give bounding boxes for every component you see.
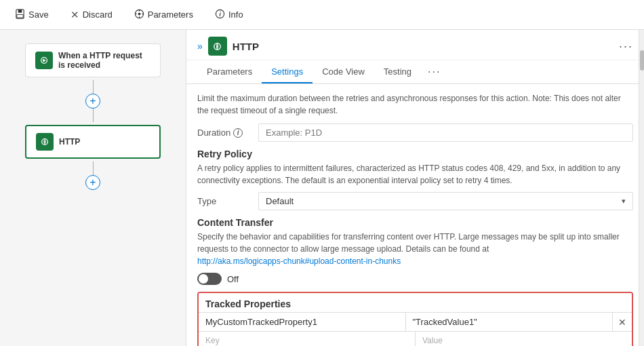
- save-label: Save: [28, 9, 49, 20]
- panel-header-icon: [208, 37, 227, 56]
- trigger-label: When a HTTP request is received: [58, 51, 150, 70]
- line-segment-3: [93, 161, 94, 175]
- chunking-link[interactable]: http://aka.ms/logicapps-chunk#upload-con…: [197, 256, 401, 266]
- http-card[interactable]: HTTP: [25, 125, 161, 159]
- tracked-property-placeholder-row: Key Value: [199, 331, 632, 346]
- connector-bottom: +: [85, 161, 100, 190]
- parameters-button[interactable]: Parameters: [130, 6, 197, 24]
- parameters-label: Parameters: [148, 9, 193, 20]
- type-select[interactable]: Default ▾: [258, 192, 633, 210]
- duration-row: Duration i: [197, 123, 633, 142]
- trigger-icon: [35, 52, 53, 69]
- connector-top: +: [85, 80, 100, 122]
- left-panel: When a HTTP request is received + HTTP +: [0, 30, 186, 346]
- info-icon: i: [215, 9, 225, 21]
- tracked-property-row: MyCustomTrackedProperty1 "TrackedValue1"…: [199, 312, 632, 331]
- tracked-property-key-cell: MyCustomTrackedProperty1: [199, 313, 406, 331]
- type-label: Type: [197, 196, 251, 206]
- parameters-icon: [134, 9, 144, 21]
- tab-testing[interactable]: Testing: [374, 61, 421, 83]
- tab-parameters[interactable]: Parameters: [197, 61, 262, 83]
- content-transfer-description: Specify the behavior and capabilities fo…: [197, 231, 633, 267]
- expand-chevron-icon[interactable]: »: [197, 41, 203, 52]
- duration-input[interactable]: [258, 123, 633, 142]
- duration-info-icon[interactable]: i: [233, 128, 243, 138]
- content-transfer-title: Content Transfer: [197, 217, 633, 228]
- svg-rect-2: [17, 14, 23, 18]
- discard-icon: ✕: [71, 9, 79, 21]
- discard-button[interactable]: ✕ Discard: [66, 6, 117, 24]
- scroll-thumb: [640, 50, 644, 71]
- svg-point-4: [138, 12, 140, 15]
- toolbar: Save ✕ Discard Parameters i Info: [0, 0, 644, 30]
- scrollbar[interactable]: [639, 30, 644, 346]
- panel-title: HTTP: [233, 41, 613, 52]
- tracked-property-value-cell: "TrackedValue1": [406, 313, 613, 331]
- settings-description: Limit the maximum duration between the r…: [197, 92, 633, 117]
- http-icon: [36, 133, 54, 151]
- tab-code-view[interactable]: Code View: [313, 61, 374, 83]
- panel-header: » HTTP ···: [186, 30, 644, 60]
- tabs-bar: Parameters Settings Code View Testing ··…: [186, 60, 644, 84]
- key-placeholder-cell[interactable]: Key: [199, 332, 416, 346]
- tracked-properties-title: Tracked Properties: [199, 293, 632, 312]
- line-segment-2: [93, 109, 94, 122]
- info-label: Info: [228, 9, 243, 20]
- main-layout: When a HTTP request is received + HTTP +…: [0, 30, 644, 346]
- type-row: Type Default ▾: [197, 192, 633, 210]
- svg-rect-1: [18, 9, 22, 12]
- right-panel: » HTTP ··· Parameters Settings Code View…: [186, 30, 644, 346]
- retry-policy-title: Retry Policy: [197, 149, 633, 159]
- more-options-button[interactable]: ···: [619, 39, 633, 54]
- add-step-bottom-button[interactable]: +: [85, 175, 100, 190]
- trigger-card[interactable]: When a HTTP request is received: [25, 43, 161, 77]
- tracked-properties-section: Tracked Properties MyCustomTrackedProper…: [197, 292, 633, 346]
- add-step-button[interactable]: +: [85, 94, 100, 109]
- info-button[interactable]: i Info: [211, 6, 247, 24]
- tracked-property-actions: ✕: [613, 313, 632, 331]
- select-chevron-icon: ▾: [622, 197, 626, 206]
- svg-text:i: i: [219, 11, 221, 18]
- line-segment: [93, 80, 94, 94]
- value-placeholder-cell[interactable]: Value: [416, 332, 632, 346]
- discard-label: Discard: [83, 9, 113, 20]
- tab-settings[interactable]: Settings: [262, 61, 313, 83]
- retry-policy-description: A retry policy applies to intermittent f…: [197, 162, 633, 187]
- save-button[interactable]: Save: [11, 6, 53, 24]
- type-value: Default: [266, 196, 294, 206]
- delete-tracked-property-button[interactable]: ✕: [618, 317, 626, 328]
- http-card-label: HTTP: [59, 137, 80, 147]
- toggle-thumb: [199, 274, 208, 284]
- tabs-more-button[interactable]: ···: [421, 60, 447, 83]
- toggle-label: Off: [227, 274, 239, 284]
- allow-chunking-toggle[interactable]: [197, 273, 222, 285]
- duration-label: Duration i: [197, 128, 251, 138]
- settings-content: Limit the maximum duration between the r…: [186, 84, 644, 346]
- allow-chunking-row: Off: [197, 273, 633, 285]
- save-icon: [15, 9, 25, 21]
